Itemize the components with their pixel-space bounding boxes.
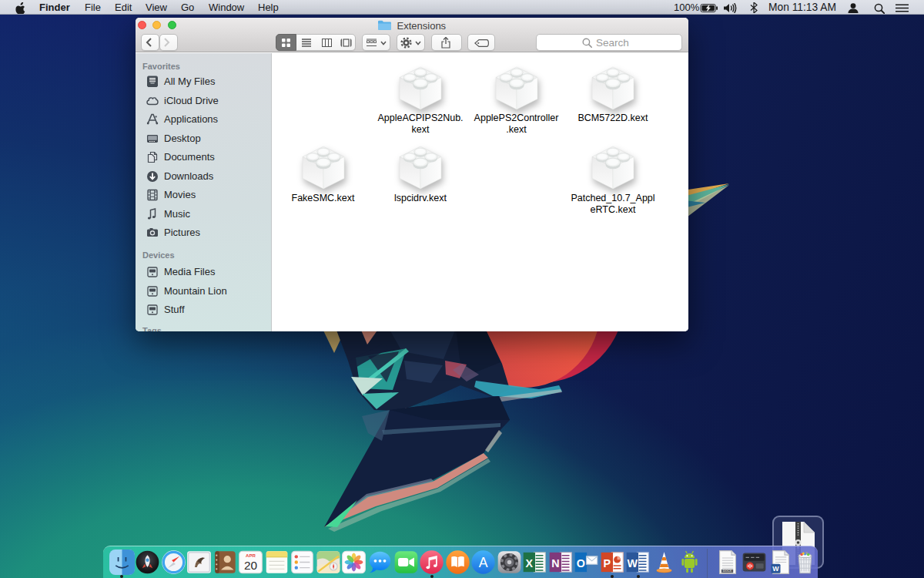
svg-text:N: N	[551, 557, 559, 570]
svg-text:X: X	[526, 557, 534, 570]
svg-text:W: W	[772, 565, 779, 573]
svg-text:A: A	[479, 555, 488, 570]
svg-text:DOCX: DOCX	[723, 570, 732, 573]
svg-text:W: W	[628, 557, 638, 570]
svg-text:20: 20	[244, 559, 257, 572]
svg-text:O: O	[577, 557, 585, 570]
svg-text:APR: APR	[246, 553, 256, 558]
svg-text:P: P	[603, 557, 611, 570]
